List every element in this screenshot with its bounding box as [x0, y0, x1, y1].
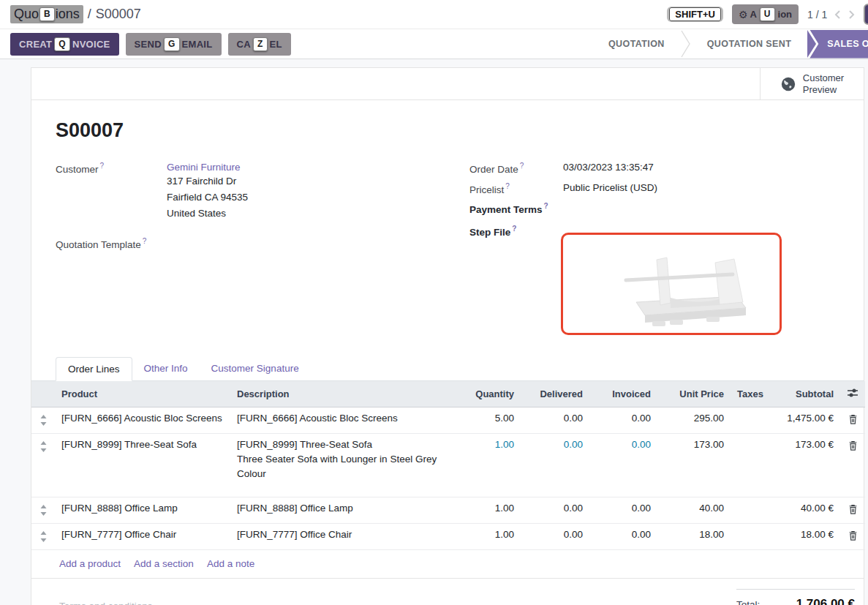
keyboard-hint-g: G	[164, 37, 180, 51]
form-column-right: Order Date? 03/03/2023 13:35:47 Pricelis…	[458, 162, 864, 335]
payment-terms-label: Payment Terms?	[469, 202, 563, 215]
drag-handle-icon[interactable]	[31, 434, 56, 497]
subtotal-column-header[interactable]: Subtotal	[764, 381, 841, 407]
tab-other-info[interactable]: Other Info	[132, 357, 200, 380]
drag-handle-icon[interactable]	[31, 497, 56, 524]
product-cell[interactable]: [FURN_7777] Office Chair	[56, 524, 231, 550]
order-line-row[interactable]: [FURN_6666] Acoustic Bloc Screens [FURN_…	[31, 407, 865, 434]
drag-handle-icon[interactable]	[31, 407, 56, 434]
record-title[interactable]: S00007	[56, 119, 864, 142]
keyboard-hint-z: Z	[253, 37, 268, 51]
step-file-label: Step File?	[469, 225, 563, 238]
notebook-tabs: Order Lines Other Info Customer Signatur…	[31, 357, 864, 381]
delete-row-button[interactable]	[841, 524, 865, 550]
sheet-footer: Terms and conditions... Total: 1,706.00 …	[31, 579, 864, 605]
delete-row-button[interactable]	[841, 407, 865, 434]
order-line-row[interactable]: [FURN_8888] Office Lamp [FURN_8888] Offi…	[31, 497, 865, 524]
description-cell[interactable]: [FURN_8999] Three-Seat Sofa Three Seater…	[231, 434, 454, 497]
customer-preview-line1: Customer	[803, 72, 844, 83]
keyboard-hint-b: B	[39, 7, 55, 21]
record-pager: 1 / 1	[807, 9, 855, 20]
send-email-button[interactable]: SENDGEMAIL	[126, 33, 222, 56]
order-line-row[interactable]: [FURN_8999] Three-Seat Sofa [FURN_8999] …	[31, 434, 865, 497]
subtotal-cell: 173.00 €	[764, 434, 841, 497]
customer-preview-line2: Preview	[803, 84, 837, 95]
optional-columns-header[interactable]	[841, 381, 865, 407]
pager-previous-icon[interactable]	[834, 10, 841, 20]
statusbar-step-quotation-sent[interactable]: QUOTATION SENT	[691, 39, 808, 49]
quantity-cell[interactable]: 1.00	[454, 524, 521, 550]
drag-handle-icon[interactable]	[31, 524, 56, 550]
add-a-section-link[interactable]: Add a section	[134, 558, 194, 569]
add-a-product-link[interactable]: Add a product	[59, 558, 121, 569]
tab-customer-signature[interactable]: Customer Signature	[200, 357, 311, 380]
unit-price-cell[interactable]: 40.00	[658, 497, 731, 524]
description-cell[interactable]: [FURN_7777] Office Chair	[231, 524, 454, 550]
unit-price-column-header[interactable]: Unit Price	[658, 381, 731, 407]
quantity-cell[interactable]: 1.00	[454, 497, 521, 524]
taxes-cell[interactable]	[731, 434, 764, 497]
unit-price-cell[interactable]: 18.00	[658, 524, 731, 550]
button-label-fragment: EL	[270, 39, 282, 50]
help-question-icon: ?	[143, 237, 147, 245]
product-cell[interactable]: [FURN_8888] Office Lamp	[56, 497, 231, 524]
taxes-cell[interactable]	[731, 497, 764, 524]
statusbar-step-sales-order-active[interactable]: SALES ORDER	[809, 30, 868, 59]
description-cell[interactable]: [FURN_6666] Acoustic Bloc Screens	[231, 407, 454, 434]
invoiced-cell[interactable]: 0.00	[590, 497, 658, 524]
taxes-cell[interactable]	[731, 407, 764, 434]
truncated-create-button[interactable]: C	[864, 4, 868, 25]
delivered-cell[interactable]: 0.00	[521, 407, 590, 434]
description-column-header[interactable]: Description	[231, 381, 454, 407]
description-cell[interactable]: [FURN_8888] Office Lamp	[231, 497, 454, 524]
button-label-fragment: CREAT	[19, 39, 52, 50]
pricelist-value[interactable]: Public Pricelist (USD)	[563, 182, 657, 195]
quantity-cell[interactable]: 5.00	[454, 407, 521, 434]
product-column-header[interactable]: Product	[56, 381, 231, 407]
order-line-row[interactable]: [FURN_7777] Office Chair [FURN_7777] Off…	[31, 524, 865, 550]
table-header-row: Product Description Quantity Delivered I…	[31, 381, 865, 407]
invoiced-cell[interactable]: 0.00	[590, 434, 658, 497]
product-cell[interactable]: [FURN_6666] Acoustic Bloc Screens	[56, 407, 231, 434]
delete-row-button[interactable]	[841, 434, 865, 497]
tab-order-lines[interactable]: Order Lines	[56, 357, 132, 381]
product-cell[interactable]: [FURN_8999] Three-Seat Sofa	[56, 434, 231, 497]
statusbar-step-quotation[interactable]: QUOTATION	[592, 39, 681, 49]
shortcut-badge-wrap: SHIFT+U	[667, 7, 723, 22]
delivered-cell[interactable]: 0.00	[521, 434, 590, 497]
taxes-column-header[interactable]: Taxes	[731, 381, 764, 407]
delivered-column-header[interactable]: Delivered	[521, 381, 590, 407]
add-a-note-link[interactable]: Add a note	[207, 558, 254, 569]
terms-and-conditions-input[interactable]: Terms and conditions...	[59, 601, 161, 605]
quantity-column-header[interactable]: Quantity	[454, 381, 521, 407]
breadcrumb-separator: /	[88, 7, 91, 22]
create-invoice-button[interactable]: CREATQNVOICE	[10, 33, 119, 56]
delivered-cell[interactable]: 0.00	[521, 524, 590, 550]
button-label-fragment: EMAIL	[182, 39, 213, 50]
delete-row-button[interactable]	[841, 497, 865, 524]
breadcrumb-quotations-link[interactable]: QuoBions	[10, 5, 83, 23]
pager-next-icon[interactable]	[848, 10, 855, 20]
customer-link[interactable]: Gemini Furniture	[167, 162, 241, 173]
pager-value: 1 / 1	[807, 9, 827, 20]
invoiced-cell[interactable]: 0.00	[590, 524, 658, 550]
quantity-cell[interactable]: 1.00	[454, 434, 521, 497]
action-menu-button[interactable]: ⚙ AUion	[732, 4, 799, 24]
taxes-cell[interactable]	[731, 524, 764, 550]
cancel-button[interactable]: CAZEL	[228, 33, 291, 56]
invoiced-cell[interactable]: 0.00	[590, 407, 658, 434]
order-date-value[interactable]: 03/03/2023 13:35:47	[563, 162, 654, 175]
step-file-image-highlighted[interactable]	[561, 233, 782, 335]
pricelist-label: Pricelist?	[469, 182, 563, 195]
keyboard-hint-u: U	[760, 7, 775, 21]
invoiced-column-header[interactable]: Invoiced	[590, 381, 658, 407]
form-sheet: Customer Preview S00007 Customer? Gemini…	[31, 67, 864, 605]
customer-address-line: Fairfield CA 94535	[167, 189, 248, 205]
unit-price-cell[interactable]: 173.00	[658, 434, 731, 497]
unit-price-cell[interactable]: 295.00	[658, 407, 731, 434]
delivered-cell[interactable]: 0.00	[521, 497, 590, 524]
customer-preview-button[interactable]: Customer Preview	[760, 68, 864, 99]
action-label-fragment: A	[750, 9, 756, 20]
statusbar-separator-icon	[681, 30, 691, 58]
breadcrumb: QuoBions / S00007	[10, 5, 141, 23]
